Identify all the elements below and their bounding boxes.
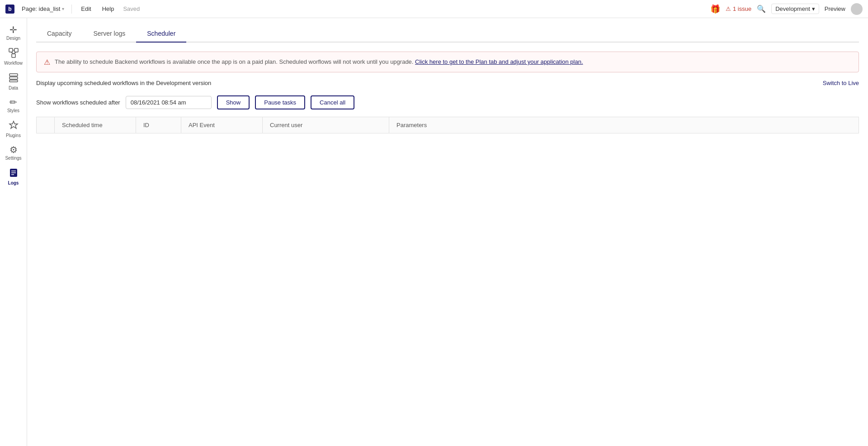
sidebar-label-workflow: Workflow xyxy=(4,61,23,66)
display-line-text: Display upcoming scheduled workflows in … xyxy=(36,80,211,86)
sidebar: ✛ Design Workflow xyxy=(0,18,27,446)
col-header-id: ID xyxy=(136,117,181,133)
workflow-icon xyxy=(9,48,19,59)
sidebar-item-plugins[interactable]: Plugins xyxy=(0,117,27,142)
page-label: Page: idea_list ▾ xyxy=(22,5,64,12)
alert-link[interactable]: Click here to get to the Plan tab and ad… xyxy=(415,58,583,65)
issue-indicator[interactable]: ⚠ 1 issue xyxy=(726,5,751,12)
saved-status: Saved xyxy=(123,5,140,12)
col-header-scheduled-time: Scheduled time xyxy=(55,117,136,133)
workflows-table: Scheduled time ID API Event Current user… xyxy=(36,117,859,133)
gift-icon[interactable]: 🎁 xyxy=(710,4,720,14)
warning-icon: ⚠ xyxy=(726,5,731,12)
col-header-parameters: Parameters xyxy=(389,117,859,133)
svg-rect-6 xyxy=(9,74,18,76)
sidebar-label-styles: Styles xyxy=(7,108,19,113)
switch-to-live-button[interactable]: Switch to Live xyxy=(823,80,859,86)
display-line: Display upcoming scheduled workflows in … xyxy=(36,80,859,86)
env-chevron-icon: ▾ xyxy=(812,5,815,12)
sidebar-item-settings[interactable]: ⚙ Settings xyxy=(0,142,27,164)
styles-icon: ✏ xyxy=(9,98,17,107)
environment-selector[interactable]: Development ▾ xyxy=(771,4,819,14)
table-header-row: Scheduled time ID API Event Current user… xyxy=(37,117,859,133)
search-icon[interactable]: 🔍 xyxy=(757,5,766,13)
tab-bar: Capacity Server logs Scheduler xyxy=(36,25,859,43)
user-avatar[interactable] xyxy=(851,3,863,15)
main-layout: ✛ Design Workflow xyxy=(0,18,868,446)
date-input[interactable] xyxy=(126,96,212,109)
alert-icon: ⚠ xyxy=(44,58,50,66)
workflow-label: Show workflows scheduled after xyxy=(36,99,120,106)
sidebar-item-styles[interactable]: ✏ Styles xyxy=(0,94,27,117)
sidebar-item-workflow[interactable]: Workflow xyxy=(0,44,27,69)
settings-icon: ⚙ xyxy=(9,145,18,154)
logs-icon xyxy=(9,168,19,179)
svg-rect-8 xyxy=(9,80,18,82)
topbar-right: 🎁 ⚠ 1 issue 🔍 Development ▾ Preview xyxy=(710,3,863,15)
pause-tasks-button[interactable]: Pause tasks xyxy=(255,95,305,109)
col-header-current-user: Current user xyxy=(263,117,389,133)
sidebar-label-logs: Logs xyxy=(8,180,19,185)
svg-rect-2 xyxy=(12,54,15,57)
tab-scheduler[interactable]: Scheduler xyxy=(136,25,186,43)
cancel-all-button[interactable]: Cancel all xyxy=(311,95,354,109)
sidebar-label-settings: Settings xyxy=(5,156,21,161)
svg-rect-0 xyxy=(9,48,13,52)
sidebar-label-design: Design xyxy=(6,36,20,41)
col-header-api-event: API Event xyxy=(181,117,263,133)
show-button[interactable]: Show xyxy=(217,95,250,109)
tab-server-logs[interactable]: Server logs xyxy=(82,25,136,43)
sidebar-item-data[interactable]: Data xyxy=(0,69,27,94)
sidebar-label-data: Data xyxy=(9,85,18,90)
alert-box: ⚠ The ability to schedule Backend workfl… xyxy=(36,52,859,72)
plugins-icon xyxy=(9,120,19,132)
workflow-controls: Show workflows scheduled after Show Paus… xyxy=(36,95,859,109)
col-header-check xyxy=(37,117,55,133)
help-button[interactable]: Help xyxy=(100,5,116,13)
sidebar-item-logs[interactable]: Logs xyxy=(0,164,27,189)
sidebar-item-design[interactable]: ✛ Design xyxy=(0,22,27,44)
page-chevron-icon[interactable]: ▾ xyxy=(62,6,64,11)
preview-button[interactable]: Preview xyxy=(825,5,845,12)
svg-rect-7 xyxy=(9,77,18,79)
tab-capacity[interactable]: Capacity xyxy=(36,25,82,43)
app-logo: b xyxy=(5,5,14,14)
design-icon: ✛ xyxy=(9,25,17,34)
topbar-divider xyxy=(71,5,72,14)
content-area: Capacity Server logs Scheduler ⚠ The abi… xyxy=(27,18,868,446)
alert-text: The ability to schedule Backend workflow… xyxy=(55,57,583,66)
topbar: b Page: idea_list ▾ Edit Help Saved 🎁 ⚠ … xyxy=(0,0,868,18)
data-icon xyxy=(9,73,19,84)
sidebar-label-plugins: Plugins xyxy=(6,133,21,138)
edit-button[interactable]: Edit xyxy=(79,5,93,13)
svg-rect-1 xyxy=(14,48,18,52)
